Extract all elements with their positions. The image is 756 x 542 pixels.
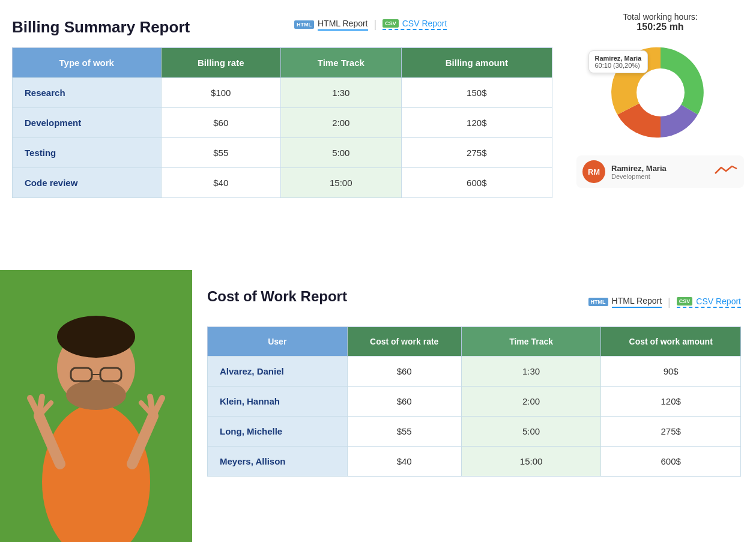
cost-table: User Cost of work rate Time Track Cost o… [207, 327, 741, 477]
billing-cell-0: Research [13, 78, 162, 108]
billing-table-row: Development$602:00120$ [13, 108, 552, 138]
billing-table-row: Research$1001:30150$ [13, 78, 552, 108]
billing-cell-2: 2:00 [280, 108, 401, 138]
billing-cell-3: 275$ [401, 138, 552, 168]
cost-cell-3: 600$ [601, 447, 741, 477]
billing-html-report-label: HTML Report [318, 19, 368, 31]
billing-cell-2: 1:30 [280, 78, 401, 108]
billing-col-amount: Billing amount [401, 48, 552, 78]
billing-cell-0: Code review [13, 168, 162, 198]
billing-cell-1: $60 [161, 108, 280, 138]
cost-table-row: Meyers, Allison$4015:00600$ [208, 447, 741, 477]
cost-cell-0: Long, Michelle [208, 417, 348, 447]
divider: | [374, 18, 377, 31]
trend-icon [714, 163, 738, 181]
billing-cell-1: $100 [161, 78, 280, 108]
cost-col-user: User [208, 327, 348, 357]
avatar: RM [582, 160, 605, 183]
cost-csv-report-label: CSV Report [696, 297, 741, 306]
svg-point-4 [57, 316, 135, 358]
chart-panel: Total working hours: 150:25 mh Ramirez, … [564, 0, 756, 270]
cost-col-time: Time Track [461, 327, 601, 357]
cost-csv-report-button[interactable]: CSV CSV Report [677, 297, 741, 308]
billing-cell-2: 5:00 [280, 138, 401, 168]
cost-cell-1: $55 [347, 417, 461, 447]
billing-col-time: Time Track [280, 48, 401, 78]
billing-csv-report-label: CSV Report [402, 19, 447, 28]
cost-csv-badge: CSV [677, 297, 693, 306]
billing-col-rate: Billing rate [161, 48, 280, 78]
cost-html-report-button[interactable]: HTML HTML Report [588, 296, 662, 308]
cost-table-row: Klein, Hannah$602:00120$ [208, 387, 741, 417]
person-photo [0, 270, 192, 542]
cost-cell-1: $60 [347, 387, 461, 417]
total-hours-value: 150:25 mh [623, 22, 698, 32]
cost-divider: | [668, 296, 671, 309]
cost-table-row: Alvarez, Daniel$601:3090$ [208, 357, 741, 387]
billing-panel: Billing Summary Report HTML HTML Report … [0, 0, 564, 270]
billing-cell-1: $40 [161, 168, 280, 198]
billing-cell-3: 150$ [401, 78, 552, 108]
billing-report-buttons: HTML HTML Report | CSV CSV Report [294, 18, 447, 31]
csv-badge: CSV [383, 19, 399, 28]
cost-cell-2: 15:00 [461, 447, 601, 477]
cost-col-amount: Cost of work amount [601, 327, 741, 357]
cost-html-report-label: HTML Report [612, 296, 662, 308]
tooltip-value: 60:10 (30,20%) [595, 62, 640, 69]
user-card: RM Ramirez, Maria Development [576, 155, 744, 188]
billing-cell-3: 120$ [401, 108, 552, 138]
cost-cell-3: 275$ [601, 417, 741, 447]
svg-point-5 [66, 380, 126, 410]
cost-cell-3: 120$ [601, 387, 741, 417]
cost-col-rate: Cost of work rate [347, 327, 461, 357]
svg-point-0 [637, 68, 685, 116]
cost-cell-2: 2:00 [461, 387, 601, 417]
cost-title: Cost of Work Report [207, 288, 347, 305]
cost-cell-2: 1:30 [461, 357, 601, 387]
user-card-name: Ramirez, Maria [611, 164, 708, 173]
cost-html-badge: HTML [588, 298, 608, 306]
bottom-section: Cost of Work Report HTML HTML Report | C… [0, 270, 756, 542]
billing-col-type: Type of work [13, 48, 162, 78]
user-card-info: Ramirez, Maria Development [611, 164, 708, 180]
top-section: Billing Summary Report HTML HTML Report … [0, 0, 756, 270]
cost-cell-0: Meyers, Allison [208, 447, 348, 477]
html-badge: HTML [294, 20, 314, 29]
user-card-role: Development [611, 173, 708, 180]
cost-cell-2: 5:00 [461, 417, 601, 447]
cost-cell-1: $60 [347, 357, 461, 387]
billing-table-row: Code review$4015:00600$ [13, 168, 552, 198]
billing-cell-2: 15:00 [280, 168, 401, 198]
billing-table: Type of work Billing rate Time Track Bil… [12, 47, 552, 198]
cost-report-buttons: HTML HTML Report | CSV CSV Report [588, 296, 741, 309]
billing-cell-0: Development [13, 108, 162, 138]
cost-cell-0: Klein, Hannah [208, 387, 348, 417]
billing-table-row: Testing$555:00275$ [13, 138, 552, 168]
billing-html-report-button[interactable]: HTML HTML Report [294, 19, 368, 31]
billing-title: Billing Summary Report [12, 18, 552, 37]
billing-csv-report-button[interactable]: CSV CSV Report [383, 19, 447, 30]
cost-table-row: Long, Michelle$555:00275$ [208, 417, 741, 447]
billing-cell-1: $55 [161, 138, 280, 168]
billing-cell-0: Testing [13, 138, 162, 168]
billing-cell-3: 600$ [401, 168, 552, 198]
total-hours-label: Total working hours: 150:25 mh [623, 12, 698, 32]
donut-tooltip: Ramirez, Maria 60:10 (30,20%) [588, 50, 649, 73]
cost-cell-1: $40 [347, 447, 461, 477]
person-svg [6, 278, 186, 542]
cost-cell-0: Alvarez, Daniel [208, 357, 348, 387]
donut-chart: Ramirez, Maria 60:10 (30,20%) [606, 38, 715, 146]
cost-cell-3: 90$ [601, 357, 741, 387]
tooltip-name: Ramirez, Maria [595, 55, 642, 62]
cost-panel: Cost of Work Report HTML HTML Report | C… [192, 270, 756, 542]
